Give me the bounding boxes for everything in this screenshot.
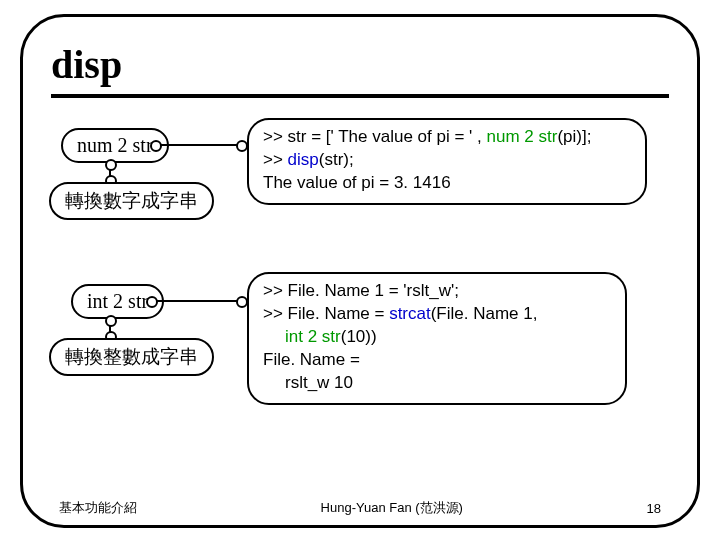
- connector-v2: [109, 320, 111, 338]
- connector-h2: [151, 300, 243, 302]
- footer: 基本功能介紹 Hung-Yuan Fan (范洪源) 18: [59, 499, 661, 517]
- code1-line3: The value of pi = 3. 1416: [263, 172, 631, 195]
- code2-line5: rslt_w 10: [263, 372, 611, 395]
- content-area: num 2 str 轉換數字成字串 >> str = [' The value …: [51, 124, 669, 484]
- code1-line1: >> str = [' The value of pi = ' , num 2 …: [263, 126, 631, 149]
- code2-line2: >> File. Name = strcat(File. Name 1,: [263, 303, 611, 326]
- slide: disp num 2 str 轉換數字成字串 >> str = [' The v…: [0, 0, 720, 540]
- slide-title: disp: [51, 41, 669, 98]
- footer-center: Hung-Yuan Fan (范洪源): [321, 499, 463, 517]
- code2-line4: File. Name =: [263, 349, 611, 372]
- code2-line3: int 2 str(10)): [263, 326, 611, 349]
- pill-int2str-desc: 轉換整數成字串: [49, 338, 214, 376]
- codebox-2: >> File. Name 1 = 'rslt_w'; >> File. Nam…: [247, 272, 627, 405]
- connector-v1: [109, 164, 111, 182]
- code2-line1: >> File. Name 1 = 'rslt_w';: [263, 280, 611, 303]
- page-number: 18: [647, 501, 661, 516]
- slide-frame: disp num 2 str 轉換數字成字串 >> str = [' The v…: [20, 14, 700, 528]
- footer-left: 基本功能介紹: [59, 499, 137, 517]
- code1-line2: >> disp(str);: [263, 149, 631, 172]
- pill-num2str-desc: 轉換數字成字串: [49, 182, 214, 220]
- connector-h1: [155, 144, 243, 146]
- codebox-1: >> str = [' The value of pi = ' , num 2 …: [247, 118, 647, 205]
